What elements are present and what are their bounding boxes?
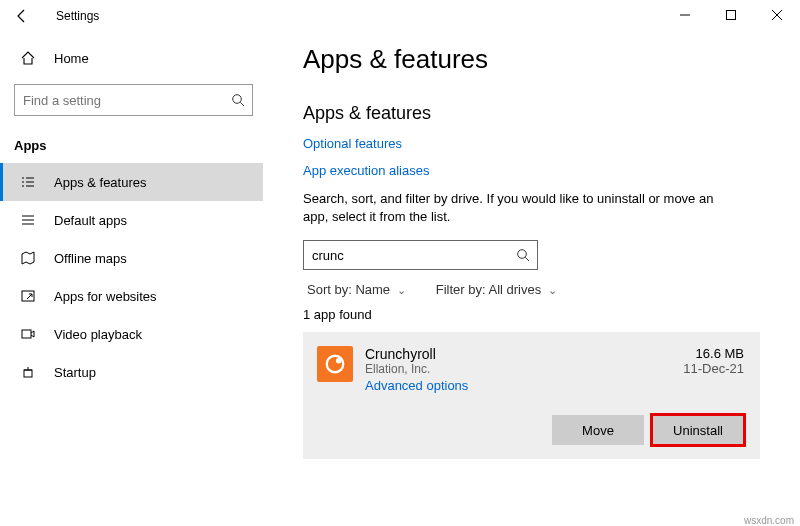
find-setting-search[interactable]	[14, 84, 253, 116]
filter-value: All drives	[488, 282, 541, 297]
category-header: Apps	[0, 128, 263, 163]
apps-features-icon	[20, 174, 36, 190]
minimize-button[interactable]	[662, 0, 708, 30]
sidebar-item-apps-websites[interactable]: Apps for websites	[0, 277, 263, 315]
window-controls	[662, 0, 800, 30]
svg-rect-17	[22, 330, 31, 338]
maximize-icon	[726, 10, 736, 20]
filters-row: Sort by: Name ⌄ Filter by: All drives ⌄	[307, 282, 760, 297]
chevron-down-icon: ⌄	[397, 284, 406, 296]
sidebar-item-label: Video playback	[54, 327, 142, 342]
arrow-left-icon	[14, 8, 30, 24]
app-name: Crunchyroll	[365, 346, 683, 362]
sidebar-item-label: Offline maps	[54, 251, 127, 266]
sort-label: Sort by:	[307, 282, 352, 297]
sidebar-item-startup[interactable]: Startup	[0, 353, 263, 391]
svg-line-5	[240, 102, 244, 106]
search-icon	[231, 93, 245, 107]
svg-line-22	[525, 258, 529, 262]
sidebar-nav: Apps & features Default apps Offline map…	[0, 163, 263, 391]
sidebar-item-offline-maps[interactable]: Offline maps	[0, 239, 263, 277]
close-icon	[772, 10, 782, 20]
app-size: 16.6 MB	[683, 346, 744, 361]
svg-point-4	[233, 95, 242, 104]
app-card[interactable]: Crunchyroll Ellation, Inc. Advanced opti…	[303, 332, 760, 459]
svg-point-24	[336, 358, 342, 364]
apps-websites-icon	[20, 288, 36, 304]
sort-by-dropdown[interactable]: Sort by: Name ⌄	[307, 282, 406, 297]
minimize-icon	[680, 10, 690, 20]
app-search[interactable]	[303, 240, 538, 270]
svg-point-23	[327, 356, 344, 373]
default-apps-icon	[20, 212, 36, 228]
chevron-down-icon: ⌄	[548, 284, 557, 296]
sidebar: Home Apps Apps & features Default apps O…	[0, 32, 275, 526]
description-text: Search, sort, and filter by drive. If yo…	[303, 190, 723, 226]
page-title: Apps & features	[303, 44, 760, 75]
window-title: Settings	[56, 9, 99, 23]
search-icon	[516, 248, 530, 262]
maximize-button[interactable]	[708, 0, 754, 30]
app-publisher: Ellation, Inc.	[365, 362, 683, 376]
advanced-options-link[interactable]: Advanced options	[365, 378, 468, 393]
video-playback-icon	[20, 326, 36, 342]
sidebar-item-label: Apps for websites	[54, 289, 157, 304]
filter-label: Filter by:	[436, 282, 486, 297]
result-count: 1 app found	[303, 307, 760, 322]
svg-point-21	[518, 250, 527, 259]
sidebar-item-default-apps[interactable]: Default apps	[0, 201, 263, 239]
back-button[interactable]	[8, 2, 36, 30]
sidebar-item-label: Default apps	[54, 213, 127, 228]
app-search-input[interactable]	[303, 240, 538, 270]
sidebar-item-video-playback[interactable]: Video playback	[0, 315, 263, 353]
app-execution-aliases-link[interactable]: App execution aliases	[303, 163, 760, 178]
sidebar-item-home[interactable]: Home	[0, 40, 263, 76]
main-content: Apps & features Apps & features Optional…	[275, 32, 800, 526]
optional-features-link[interactable]: Optional features	[303, 136, 760, 151]
sidebar-item-apps-features[interactable]: Apps & features	[0, 163, 263, 201]
svg-rect-18	[24, 370, 32, 377]
titlebar: Settings	[0, 0, 800, 32]
section-title: Apps & features	[303, 103, 760, 124]
home-label: Home	[54, 51, 89, 66]
close-button[interactable]	[754, 0, 800, 30]
filter-by-dropdown[interactable]: Filter by: All drives ⌄	[436, 282, 557, 297]
app-date: 11-Dec-21	[683, 361, 744, 376]
uninstall-button[interactable]: Uninstall	[652, 415, 744, 445]
home-icon	[20, 50, 36, 66]
sort-value: Name	[355, 282, 390, 297]
startup-icon	[20, 364, 36, 380]
crunchyroll-icon	[317, 346, 353, 382]
svg-rect-1	[727, 11, 736, 20]
offline-maps-icon	[20, 250, 36, 266]
svg-line-16	[27, 294, 32, 299]
move-button[interactable]: Move	[552, 415, 644, 445]
find-setting-input[interactable]	[14, 84, 253, 116]
sidebar-item-label: Apps & features	[54, 175, 147, 190]
watermark: wsxdn.com	[744, 515, 794, 526]
sidebar-item-label: Startup	[54, 365, 96, 380]
